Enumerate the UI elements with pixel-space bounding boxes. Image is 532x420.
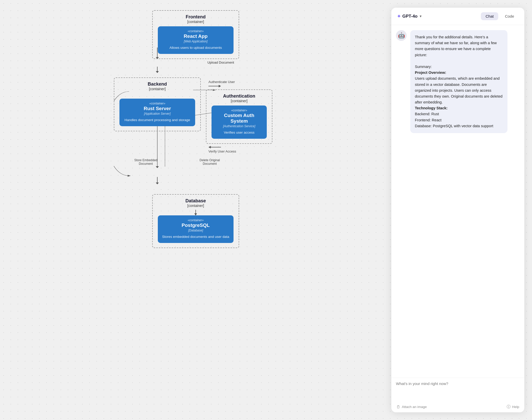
rust-name: Rust Server [124, 106, 191, 111]
tech-stack-label: Technology Stack: [415, 106, 448, 110]
react-name: React App [162, 33, 229, 39]
message-intro: Thank you for the additional details. He… [415, 35, 497, 57]
react-stereotype: «container» [162, 29, 229, 33]
rust-server-box: «container» Rust Server [Application Ser… [119, 99, 195, 126]
auth-type: [Authentication Service] [216, 124, 263, 128]
auth-name: Custom Auth System [216, 113, 263, 124]
attach-label: Attach an image [402, 405, 427, 409]
backend-col: Backend [container] «container» Rust Ser… [114, 77, 201, 131]
attach-image-button[interactable]: 🗒 Attach an image [396, 405, 427, 409]
diagram-area: Frontend [container] «container» React A… [0, 0, 391, 420]
auth-title: Authentication [212, 94, 267, 99]
pg-name: PostgreSQL [162, 223, 229, 228]
summary-label: Summary: [415, 65, 432, 69]
help-icon: ⓘ [507, 404, 511, 409]
postgresql-box: «container» PostgreSQL [Database] Stores… [158, 215, 234, 243]
auth-stereotype: «container» [216, 109, 263, 112]
chat-header: ✦ GPT-4o ▾ Chat Code [391, 8, 524, 25]
auth-arrow-visual [208, 85, 272, 87]
pg-desc: Stores embedded documents and user data [162, 235, 229, 239]
help-button[interactable]: ⓘ Help [507, 404, 519, 409]
upload-label: Upload Document [207, 61, 234, 64]
store-label: Store EmbeddedDocument [132, 158, 160, 166]
react-app-box: «container» React App [Web Application] … [158, 26, 234, 54]
auth-container: Authentication [container] «container» C… [206, 89, 272, 144]
tech-database: Database: PostgreSQL with vector data su… [415, 124, 493, 128]
auth-label: Authenticate User [206, 80, 272, 84]
store-delete-row: Store EmbeddedDocument Delete OriginalDo… [152, 153, 239, 194]
database-container: Database [container] «container» Postgre… [152, 194, 239, 248]
frontend-title: Frontend [158, 14, 234, 20]
tech-backend: Backend: Rust [415, 112, 439, 116]
chat-input-footer: 🗒 Attach an image ⓘ Help [396, 403, 520, 410]
frontend-container: Frontend [container] «container» React A… [152, 10, 239, 59]
rust-stereotype: «container» [124, 102, 191, 105]
chat-input[interactable] [396, 381, 520, 402]
down-arrow-db [158, 210, 234, 215]
blocks-layout: Frontend [container] «container» React A… [114, 10, 278, 248]
tab-chat-button[interactable]: Chat [481, 12, 498, 20]
upload-label-row: Upload Document [152, 59, 239, 65]
chat-messages: 🤖 Thank you for the additional details. … [391, 25, 524, 378]
auth-system-box: «container» Custom Auth System [Authenti… [212, 106, 267, 139]
project-overview-text: Users upload documents, which are embedd… [415, 76, 503, 104]
project-overview-label: Project Overview: [415, 71, 446, 75]
backend-auth-row: Backend [container] «container» Rust Ser… [114, 77, 278, 153]
react-type: [Web Application] [162, 40, 229, 43]
rust-type: [Application Server] [124, 112, 191, 115]
pg-stereotype: «container» [162, 218, 229, 222]
backend-container: Backend [container] «container» Rust Ser… [114, 77, 201, 131]
model-name: GPT-4o [402, 14, 418, 19]
tab-code-button[interactable]: Code [500, 12, 519, 20]
frontend-subtitle: [container] [158, 20, 234, 24]
database-title: Database [158, 198, 234, 204]
down-arrow-backend [119, 94, 195, 99]
chat-panel: ✦ GPT-4o ▾ Chat Code 🤖 Thank you for the… [391, 8, 524, 412]
backend-subtitle: [container] [119, 87, 195, 91]
react-desc: Allows users to upload documents [170, 46, 222, 50]
backend-title: Backend [119, 81, 195, 87]
chat-input-area: 🗒 Attach an image ⓘ Help [391, 378, 524, 412]
attach-icon: 🗒 [396, 405, 400, 409]
rust-desc: Handles document processing and storage [125, 118, 190, 122]
verify-arrow-visual [208, 146, 272, 148]
help-label: Help [512, 405, 519, 409]
auth-subtitle: [container] [212, 99, 267, 103]
model-selector[interactable]: ✦ GPT-4o ▾ [397, 14, 479, 19]
avatar: 🤖 [396, 30, 407, 41]
database-subtitle: [container] [158, 204, 234, 208]
spacer1 [114, 65, 278, 77]
message-bubble: Thank you for the additional details. He… [410, 30, 507, 133]
verify-label: Verify User Access [206, 149, 272, 153]
diagram-wrapper: Frontend [container] «container» React A… [114, 10, 278, 248]
auth-desc: Verifies user access [224, 131, 254, 134]
assistant-message-row: 🤖 Thank you for the additional details. … [396, 30, 520, 133]
tech-frontend: Frontend: React [415, 118, 441, 122]
sparkle-icon: ✦ [397, 14, 401, 19]
delete-label: Delete OriginalDocument [196, 158, 224, 166]
pg-type: [Database] [162, 229, 229, 232]
chevron-down-icon: ▾ [420, 14, 422, 18]
auth-section: Authenticate User Authentication [contai… [206, 80, 272, 153]
